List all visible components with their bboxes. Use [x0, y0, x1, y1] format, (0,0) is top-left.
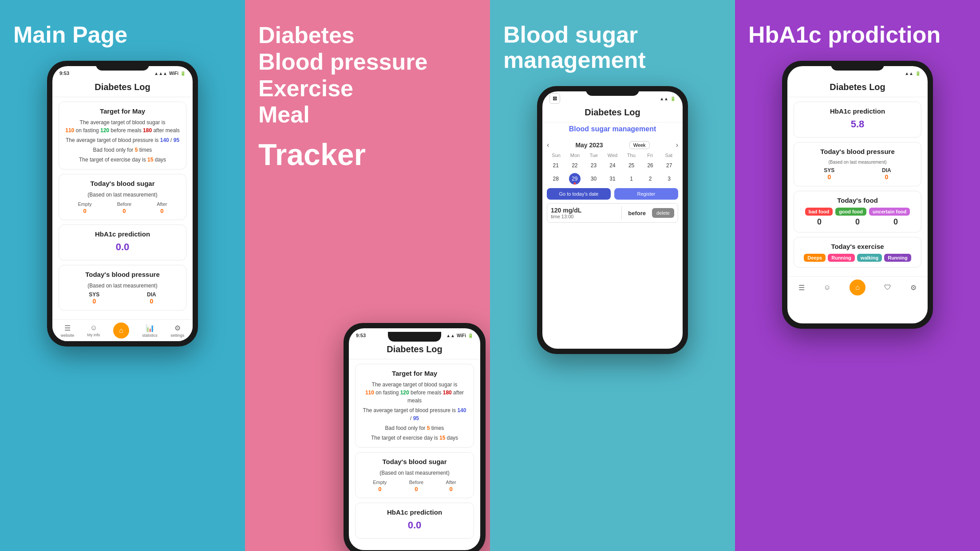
phone-frame-4: ▲▲ 🔋 Diabetes Log HbA1c prediction 5.8 T… [782, 61, 933, 329]
phone-notch-2 [388, 332, 441, 342]
myinfo-icon: ☺ [90, 324, 97, 332]
bs-before-val-1: 0 [122, 208, 126, 214]
bp-title-4: Today's blood pressure [800, 148, 915, 155]
nav-home-4[interactable]: ⌂ [850, 279, 865, 295]
cal-28[interactable]: 28 [550, 173, 561, 185]
panel2-title-4: Meal [258, 102, 427, 128]
good-food-tag-4: good food [835, 208, 866, 216]
cal-row2-3: 28 29 30 31 1 2 3 [547, 173, 678, 185]
hba1c-title-1: HbA1c prediction [65, 230, 180, 238]
bs-subtitle-1: (Based on last measurement) [65, 191, 180, 199]
phone-frame-1: 9:53 ▲▲▲ WiFi 🔋 Diabetes Log Target for … [47, 61, 198, 346]
signal-icon-3: ▲▲ [660, 96, 668, 101]
phone-screen-3: ⊠ ▲▲ 🔋 Diabetes Log Blood sugar manageme… [542, 91, 683, 349]
bs-title-2: Today's blood sugar [362, 458, 467, 465]
status-icons-3: ▲▲ 🔋 [660, 96, 676, 101]
nav-myinfo-1[interactable]: ☺ My info [87, 324, 100, 337]
bs-empty-1: Empty 0 [78, 201, 92, 214]
food-tags-4: bad food good food uncertain food [800, 208, 915, 216]
bs-after-val-2: 0 [450, 486, 453, 492]
bp-sys-value-4: 0 [827, 173, 831, 181]
day-thu: Thu [622, 153, 640, 158]
bp-text-1: The average target of blood pressure is … [65, 136, 180, 144]
panel2-title-1: Diabetes [258, 22, 427, 49]
bottom-nav-4: ☰ ☺ ⌂ 🛡 ⚙ [787, 276, 928, 298]
nav-settings-1[interactable]: ⚙ settings [170, 324, 184, 338]
bsm-header-3: Blood sugar management [542, 122, 683, 138]
target-title-2: Target for May [362, 370, 467, 377]
settings-icon: ⚙ [174, 324, 181, 332]
register-btn-3[interactable]: Register [614, 188, 678, 200]
cal-31[interactable]: 31 [607, 173, 618, 185]
exercise-tag-running1: Running [828, 254, 855, 262]
panel2-titles: Diabetes Blood pressure Exercise Meal Tr… [258, 22, 427, 172]
cal-30[interactable]: 30 [588, 173, 599, 185]
exercise-text-2: The target of exercise day is 15 days [362, 434, 467, 442]
status-left-3: ⊠ [549, 93, 560, 104]
cal-1[interactable]: 1 [626, 173, 637, 185]
cal-3[interactable]: 3 [664, 173, 675, 185]
app-content-2: Target for May The average target of blo… [349, 359, 480, 547]
bad-count-4: 0 [817, 217, 822, 227]
cal-21[interactable]: 21 [550, 160, 561, 171]
exercise-tag-walking: walking [857, 254, 882, 262]
bp-subtitle-4: (Based on last measurement) [800, 159, 915, 165]
settings-icon-4: ⚙ [910, 283, 917, 292]
panel1-title: Main Page [13, 22, 127, 47]
target-text-1: The average target of blood sugar is 110… [65, 118, 180, 134]
before-val-2: 120 [400, 390, 409, 396]
cal-26[interactable]: 26 [644, 160, 656, 171]
home-button-1[interactable]: ⌂ [113, 323, 129, 338]
status-time-1: 9:53 [59, 71, 69, 76]
nav-emoji-4[interactable]: ☺ [823, 283, 830, 291]
battery-icon-4: 🔋 [915, 71, 921, 76]
statistics-icon: 📊 [146, 324, 154, 332]
emoji-icon-4: ☺ [823, 283, 830, 291]
cal-27[interactable]: 27 [664, 160, 675, 171]
goto-today-btn-3[interactable]: Go to today's date [547, 188, 611, 200]
nav-settings-4[interactable]: ⚙ [910, 283, 917, 292]
cal-23[interactable]: 23 [588, 160, 599, 171]
back-button-3[interactable]: ⊠ [549, 93, 560, 104]
exercise-days-1: 15 [147, 157, 153, 163]
hba1c-card-4: HbA1c prediction 5.8 [794, 102, 921, 138]
target-text-2: The average target of blood sugar is 110… [362, 381, 467, 405]
panel4-title: HbA1c prodiction [748, 22, 940, 47]
bad-food-2: Bad food only for 5 times [362, 424, 467, 432]
exercise-tag-running2: Running [884, 254, 911, 262]
cal-2[interactable]: 2 [644, 173, 656, 185]
delete-btn-3[interactable]: delete [652, 208, 674, 218]
nav-website-1[interactable]: ☰ website [61, 324, 75, 338]
nav-website-4[interactable]: ☰ [798, 283, 805, 292]
panel-tracker: Diabetes Blood pressure Exercise Meal Tr… [245, 0, 490, 551]
cal-prev-3[interactable]: ‹ [547, 141, 549, 149]
phone-screen-1: 9:53 ▲▲▲ WiFi 🔋 Diabetes Log Target for … [52, 66, 193, 341]
nav-gear-4[interactable]: 🛡 [884, 283, 891, 291]
cal-22[interactable]: 22 [569, 160, 581, 171]
bs-after-val-1: 0 [160, 208, 163, 214]
bs-subtitle-2: (Based on last measurement) [362, 469, 467, 477]
bp-sys-label-4: SYS [824, 167, 834, 173]
status-time-2: 9:53 [356, 333, 366, 338]
bp-title-1: Today's blood pressure [65, 271, 180, 278]
bs-before-2: Before 0 [409, 480, 423, 492]
home-button-4[interactable]: ⌂ [850, 279, 865, 295]
wifi-icon-2: WiFi [457, 333, 466, 338]
nav-statistics-1[interactable]: 📊 statistics [142, 324, 158, 338]
cal-24[interactable]: 24 [607, 160, 618, 171]
panel3-title: Blood sugar management [503, 22, 722, 73]
bs-after-1: After 0 [157, 201, 167, 214]
nav-statistics-label-1: statistics [142, 333, 158, 338]
cal-29-today[interactable]: 29 [569, 173, 581, 185]
blood-sugar-card-2: Today's blood sugar (Based on last measu… [355, 452, 474, 498]
cal-next-3[interactable]: › [676, 141, 678, 149]
app-header-3: Diabetes Log [542, 104, 683, 122]
app-header-4: Diabetes Log [787, 79, 928, 97]
cal-25[interactable]: 25 [626, 160, 637, 171]
phone-notch-1 [96, 61, 149, 71]
uncertain-count-4: 0 [893, 217, 898, 227]
target-card-2: Target for May The average target of blo… [355, 364, 474, 448]
cal-week-btn-3[interactable]: Week [629, 141, 650, 149]
bs-empty-label-1: Empty [78, 201, 92, 207]
nav-home-1[interactable]: ⌂ [113, 323, 129, 338]
